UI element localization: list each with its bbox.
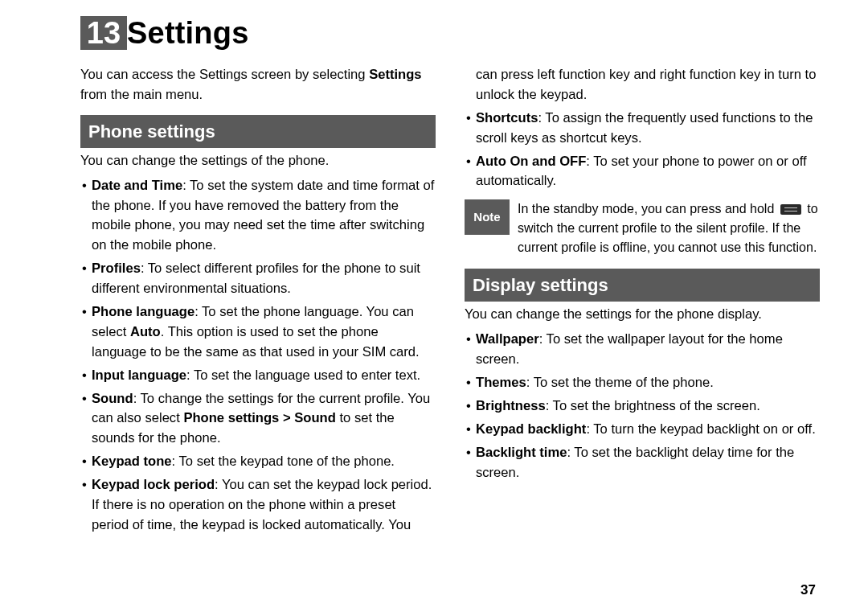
item-label: Sound xyxy=(92,391,133,406)
list-item: Auto On and OFF: To set your phone to po… xyxy=(465,152,820,192)
note-text: In the standby mode, you can press and h… xyxy=(518,199,820,257)
list-item: Themes: To set the theme of the phone. xyxy=(465,373,820,393)
manual-page: 13 Settings You can access the Settings … xyxy=(0,0,868,616)
note-block: Note In the standby mode, you can press … xyxy=(465,199,820,257)
item-text-bold: Auto xyxy=(130,324,161,339)
item-label: Keypad backlight xyxy=(476,421,586,437)
page-number: 37 xyxy=(800,582,816,598)
phone-settings-intro: You can change the settings of the phone… xyxy=(80,151,436,171)
intro-paragraph: You can access the Settings screen by se… xyxy=(80,65,436,105)
chapter-number-badge: 13 xyxy=(80,16,127,50)
list-item: Profiles: To select different profiles f… xyxy=(80,259,436,299)
display-settings-heading: Display settings xyxy=(465,269,820,302)
intro-pre: You can access the Settings screen by se… xyxy=(80,67,369,82)
list-item: Sound: To change the settings for the cu… xyxy=(80,389,436,450)
display-settings-list: Wallpaper: To set the wallpaper layout f… xyxy=(465,330,820,483)
list-item: Keypad tone: To set the keypad tone of t… xyxy=(80,452,436,472)
item-label: Themes xyxy=(476,375,526,390)
item-label: Profiles xyxy=(92,261,141,276)
list-item: Wallpaper: To set the wallpaper layout f… xyxy=(465,330,820,370)
item-text: : To set the theme of the phone. xyxy=(526,375,714,390)
item-label: Date and Time xyxy=(92,178,182,193)
item-text: : To set the brightness of the screen. xyxy=(546,398,760,413)
chapter-heading: 13 Settings xyxy=(80,16,820,51)
item-label: Auto On and OFF xyxy=(476,154,586,169)
list-item: Phone language: To set the phone languag… xyxy=(80,302,436,363)
item-label: Brightness xyxy=(476,398,546,413)
list-item: Shortcuts: To assign the frequently used… xyxy=(465,109,820,149)
list-item: Backlight time: To set the backlight del… xyxy=(465,443,820,483)
chapter-title: Settings xyxy=(127,16,249,51)
note-pre: In the standby mode, you can press and h… xyxy=(518,202,778,216)
item-label: Shortcuts xyxy=(476,110,538,125)
list-item: Keypad backlight: To turn the keypad bac… xyxy=(465,420,820,440)
two-column-body: You can access the Settings screen by se… xyxy=(80,65,820,564)
phone-settings-heading: Phone settings xyxy=(80,115,436,148)
item-text: : To turn the keypad backlight on or off… xyxy=(586,421,815,437)
item-text-bold: Phone settings > Sound xyxy=(183,410,335,425)
profile-key-icon xyxy=(780,204,801,215)
intro-bold: Settings xyxy=(369,67,421,82)
intro-post: from the main menu. xyxy=(80,87,203,102)
list-item: Input language: To set the language used… xyxy=(80,366,436,386)
list-item: Brightness: To set the brightness of the… xyxy=(465,396,820,417)
item-label: Keypad tone xyxy=(92,454,172,469)
item-label: Keypad lock period xyxy=(92,477,215,492)
display-settings-intro: You can change the settings for the phon… xyxy=(465,305,820,325)
list-item: Date and Time: To set the system date an… xyxy=(80,176,436,257)
item-label: Phone language xyxy=(92,304,194,319)
item-text: : To set the keypad tone of the phone. xyxy=(172,454,395,469)
item-text: : To select different profiles for the p… xyxy=(92,261,420,296)
item-label: Wallpaper xyxy=(476,331,539,347)
item-label: Backlight time xyxy=(476,445,567,460)
note-badge: Note xyxy=(465,199,510,235)
item-text: : To set the language used to enter text… xyxy=(186,368,420,383)
item-label: Input language xyxy=(92,368,186,383)
